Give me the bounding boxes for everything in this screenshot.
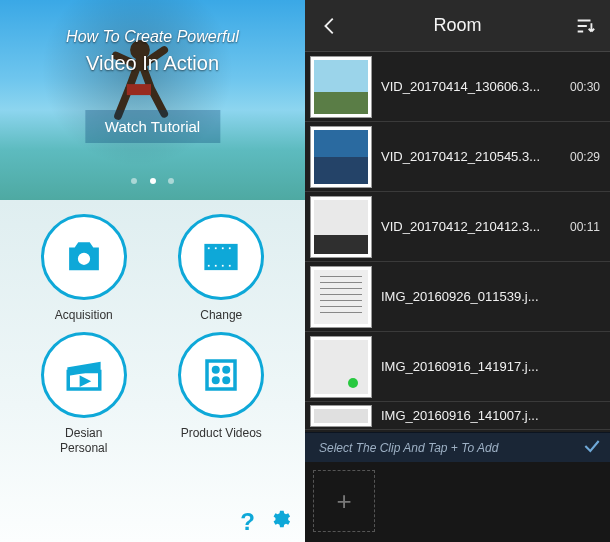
list-item[interactable]: IMG_20160916_141917.j... xyxy=(305,332,610,402)
tile-label: Product Videos xyxy=(181,426,262,440)
list-item[interactable]: IMG_20160926_011539.j... xyxy=(305,262,610,332)
page-dot[interactable] xyxy=(168,178,174,184)
hero-subtitle: How To Create Powerful xyxy=(0,28,305,46)
item-name: IMG_20160926_011539.j... xyxy=(381,289,594,304)
item-name: IMG_20160916_141917.j... xyxy=(381,359,594,374)
media-list: VID_20170414_130606.3... 00:30 VID_20170… xyxy=(305,52,610,432)
item-name: VID_20170412_210412.3... xyxy=(381,219,564,234)
svg-rect-8 xyxy=(207,264,211,268)
svg-point-16 xyxy=(213,377,219,383)
topbar: Room xyxy=(305,0,610,52)
back-icon[interactable] xyxy=(319,15,341,37)
page-dot[interactable] xyxy=(131,178,137,184)
thumbnail xyxy=(311,57,371,117)
tile-label: Desian Personal xyxy=(60,426,107,455)
list-item[interactable]: VID_20170414_130606.3... 00:30 xyxy=(305,52,610,122)
tile-acquisition[interactable]: Acquisition xyxy=(30,214,138,322)
tile-change[interactable]: Change xyxy=(168,214,276,322)
item-duration: 00:30 xyxy=(570,80,600,94)
tile-label: Change xyxy=(200,308,242,322)
clapperboard-icon xyxy=(41,332,127,418)
settings-icon[interactable] xyxy=(269,508,291,536)
carousel-pager xyxy=(0,170,305,188)
svg-rect-10 xyxy=(221,264,225,268)
filmstrip-icon xyxy=(178,214,264,300)
tile-design-personal[interactable]: Desian Personal xyxy=(30,332,138,455)
svg-rect-4 xyxy=(207,247,211,251)
thumbnail xyxy=(311,267,371,327)
item-name: VID_20170412_210545.3... xyxy=(381,149,564,164)
thumbnail xyxy=(311,337,371,397)
svg-rect-7 xyxy=(228,247,232,251)
camera-icon xyxy=(41,214,127,300)
thumbnail xyxy=(311,406,371,426)
help-icon[interactable]: ? xyxy=(240,508,255,536)
film-reel-icon xyxy=(178,332,264,418)
item-duration: 00:29 xyxy=(570,150,600,164)
hero-banner: How To Create Powerful Video In Action W… xyxy=(0,0,305,200)
svg-point-15 xyxy=(223,367,229,373)
hint-bar: Select The Clip And Tap + To Add xyxy=(305,432,610,462)
add-clip-button[interactable]: + xyxy=(313,470,375,532)
page-dot-active[interactable] xyxy=(150,178,156,184)
svg-rect-13 xyxy=(207,361,235,389)
thumbnail xyxy=(311,197,371,257)
watch-tutorial-button[interactable]: Watch Tutorial xyxy=(85,110,220,143)
list-item[interactable]: VID_20170412_210545.3... 00:29 xyxy=(305,122,610,192)
list-item[interactable]: VID_20170412_210412.3... 00:11 xyxy=(305,192,610,262)
svg-rect-5 xyxy=(214,247,218,251)
page-title: Room xyxy=(433,15,481,36)
hero-title: Video In Action xyxy=(0,52,305,75)
menu-grid-area: Acquisition Change Desian Personal Produ… xyxy=(0,200,305,542)
tile-label: Acquisition xyxy=(55,308,113,322)
svg-rect-11 xyxy=(228,264,232,268)
svg-point-14 xyxy=(213,367,219,373)
svg-rect-6 xyxy=(221,247,225,251)
item-name: IMG_20160916_141007.j... xyxy=(381,408,600,423)
left-pane: How To Create Powerful Video In Action W… xyxy=(0,0,305,542)
svg-point-1 xyxy=(77,252,91,266)
sort-icon[interactable] xyxy=(574,15,596,37)
selection-tray: + xyxy=(305,462,610,542)
item-duration: 00:11 xyxy=(570,220,600,234)
item-name: VID_20170414_130606.3... xyxy=(381,79,564,94)
right-pane: Room VID_20170414_130606.3... 00:30 VID_… xyxy=(305,0,610,542)
list-item[interactable]: IMG_20160916_141007.j... xyxy=(305,402,610,430)
svg-rect-9 xyxy=(214,264,218,268)
confirm-icon[interactable] xyxy=(582,436,602,459)
svg-point-17 xyxy=(223,377,229,383)
thumbnail xyxy=(311,127,371,187)
hint-text: Select The Clip And Tap + To Add xyxy=(319,441,498,455)
tile-product-videos[interactable]: Product Videos xyxy=(168,332,276,455)
